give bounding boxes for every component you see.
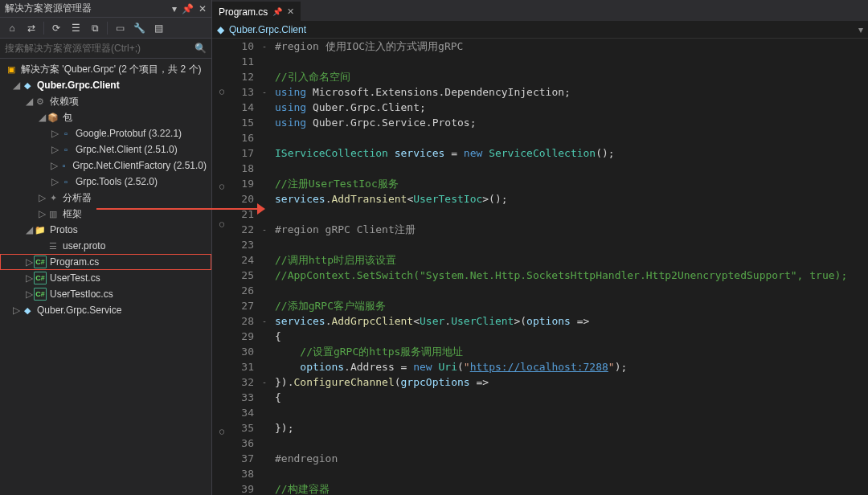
- folder-icon: 📁: [34, 223, 47, 236]
- chevron-down-icon[interactable]: ◢: [24, 224, 34, 235]
- home-icon[interactable]: ⌂: [3, 19, 21, 37]
- solution-node[interactable]: ▣ 解决方案 'Quber.Grpc' (2 个项目，共 2 个): [0, 61, 211, 77]
- solution-icon: ▣: [5, 63, 18, 76]
- project-service[interactable]: ▷ ◆ Quber.Grpc.Service: [0, 302, 211, 318]
- search-input[interactable]: [5, 43, 194, 54]
- breadcrumb[interactable]: ◆ Quber.Grpc.Client ▾: [212, 21, 868, 39]
- dependencies-icon: ⚙: [34, 95, 47, 108]
- frameworks-node[interactable]: ▷ ▥ 框架: [0, 206, 211, 222]
- sync-icon[interactable]: ⟳: [47, 19, 65, 37]
- cs-icon: C#: [34, 272, 47, 284]
- package-icon: ▫: [59, 143, 72, 156]
- preview-icon[interactable]: ▤: [149, 19, 167, 37]
- panel-menu-icon[interactable]: ▾: [172, 3, 177, 14]
- switch-view-icon[interactable]: ⇄: [23, 19, 40, 37]
- filter-icon[interactable]: ☰: [67, 19, 84, 37]
- tab-label: Program.cs: [219, 6, 268, 18]
- pkg-tools[interactable]: ▷ ▫ Grpc.Tools (2.52.0): [0, 174, 211, 190]
- package-icon: ▫: [59, 127, 72, 140]
- cs-icon: C#: [34, 288, 47, 301]
- chevron-right-icon[interactable]: ▷: [24, 288, 34, 300]
- pkg-clientfactory[interactable]: ▷ ▫ Grpc.Net.ClientFactory (2.51.0): [0, 158, 211, 174]
- package-icon: ▫: [59, 175, 72, 188]
- chevron-right-icon[interactable]: ▷: [50, 128, 59, 139]
- chevron-right-icon[interactable]: ▷: [37, 192, 47, 203]
- properties-icon[interactable]: 🔧: [130, 19, 148, 37]
- glyph-margin: ○○○○: [212, 39, 231, 495]
- search-icon[interactable]: 🔍: [194, 43, 207, 54]
- cs-icon: C#: [34, 256, 47, 268]
- chevron-right-icon[interactable]: ▷: [24, 256, 34, 268]
- panel-close-icon[interactable]: ✕: [199, 3, 207, 14]
- dependencies-node[interactable]: ◢ ⚙ 依赖项: [0, 93, 211, 109]
- analyzers-node[interactable]: ▷ ✦ 分析器: [0, 190, 211, 206]
- chevron-down-icon[interactable]: ◢: [11, 80, 21, 91]
- close-icon[interactable]: ✕: [287, 6, 294, 17]
- program-file[interactable]: ▷ C# Program.cs: [0, 254, 211, 270]
- show-all-icon[interactable]: ▭: [111, 19, 129, 37]
- chevron-down-icon[interactable]: ◢: [24, 96, 34, 107]
- search-box[interactable]: 🔍: [0, 39, 211, 59]
- pkg-protobuf[interactable]: ▷ ▫ Google.Protobuf (3.22.1): [0, 125, 211, 141]
- solution-toolbar: ⌂ ⇄ ⟳ ☰ ⧉ ▭ 🔧 ▤: [0, 18, 211, 39]
- project-client[interactable]: ◢ ◆ Quber.Grpc.Client: [0, 77, 211, 93]
- editor-tabbar: Program.cs 📌 ✕: [212, 0, 868, 21]
- chevron-right-icon[interactable]: ▷: [24, 272, 34, 284]
- analyzer-icon: ✦: [47, 191, 59, 204]
- usertest-file[interactable]: ▷ C# UserTest.cs: [0, 270, 211, 286]
- solution-explorer: 解决方案资源管理器 ▾ 📌 ✕ ⌂ ⇄ ⟳ ☰ ⧉ ▭ 🔧 ▤ 🔍 ▣ 解决方案…: [0, 0, 212, 495]
- chevron-right-icon[interactable]: ▷: [50, 176, 59, 187]
- line-number-gutter: 1011121314151617181920212223242526272829…: [231, 39, 259, 495]
- package-icon: ▫: [58, 159, 69, 172]
- chevron-right-icon[interactable]: ▷: [50, 144, 59, 155]
- code-area[interactable]: ○○○○ 10111213141516171819202122232425262…: [212, 39, 868, 495]
- fold-column[interactable]: -----: [259, 39, 270, 495]
- chevron-down-icon[interactable]: ◢: [37, 112, 47, 123]
- solution-tree: ▣ 解决方案 'Quber.Grpc' (2 个项目，共 2 个) ◢ ◆ Qu…: [0, 59, 211, 495]
- packages-node[interactable]: ◢ 📦 包: [0, 109, 211, 125]
- chevron-right-icon[interactable]: ▷: [37, 208, 47, 219]
- code-content[interactable]: #region 使用IOC注入的方式调用gRPC//引入命名空间using Mi…: [270, 39, 868, 495]
- file-icon: ☰: [47, 239, 59, 252]
- panel-pin-icon[interactable]: 📌: [182, 3, 194, 14]
- chevron-right-icon[interactable]: ▷: [50, 160, 58, 171]
- panel-titlebar: 解决方案资源管理器 ▾ 📌 ✕: [0, 0, 211, 18]
- protos-folder[interactable]: ◢ 📁 Protos: [0, 222, 211, 238]
- chevron-down-icon[interactable]: ▾: [858, 24, 863, 35]
- usertestioc-file[interactable]: ▷ C# UserTestIoc.cs: [0, 286, 211, 302]
- csproj-icon: ◆: [21, 304, 34, 317]
- code-editor: Program.cs 📌 ✕ ◆ Quber.Grpc.Client ▾ ○○○…: [212, 0, 868, 495]
- collapse-icon[interactable]: ⧉: [86, 19, 104, 37]
- userproto-file[interactable]: ☰ user.proto: [0, 238, 211, 254]
- chevron-right-icon[interactable]: ▷: [11, 305, 21, 316]
- crumb-project: Quber.Grpc.Client: [229, 24, 306, 35]
- editor-tab-program[interactable]: Program.cs 📌 ✕: [212, 2, 301, 21]
- pkg-netclient[interactable]: ▷ ▫ Grpc.Net.Client (2.51.0): [0, 141, 211, 158]
- csproj-icon: ◆: [21, 79, 34, 92]
- panel-title-text: 解决方案资源管理器: [5, 2, 92, 15]
- framework-icon: ▥: [47, 207, 59, 220]
- csproj-icon: ◆: [217, 24, 224, 35]
- package-icon: 📦: [47, 111, 59, 124]
- pin-icon[interactable]: 📌: [272, 7, 282, 16]
